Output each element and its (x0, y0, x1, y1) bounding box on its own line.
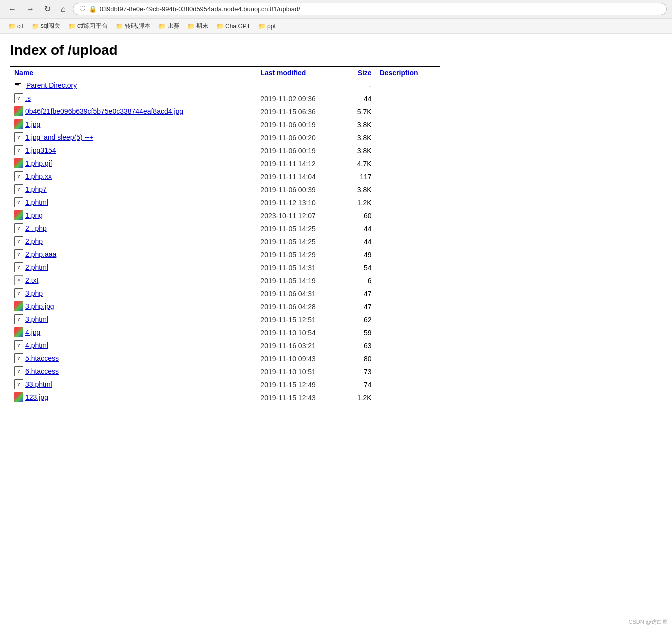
file-size-cell: 44 (344, 222, 375, 236)
file-size-cell: 63 (344, 340, 375, 352)
refresh-button[interactable]: ↻ (41, 4, 54, 15)
file-name-cell: ?5.htaccess (10, 352, 256, 366)
file-link[interactable]: 2 . php (25, 224, 47, 232)
col-modified[interactable]: Last modified (256, 67, 344, 80)
file-name-cell: ?6.htaccess (10, 366, 256, 378)
unknown-file-icon: ? (14, 380, 23, 390)
file-size-cell: - (344, 80, 375, 93)
file-link[interactable]: 0b46f21fbe096b639cf5b75e0c338744eaf8acd4… (25, 108, 183, 116)
table-row: ?2.phtml2019-11-05 14:3154 (10, 262, 440, 274)
parent-dir-link[interactable]: Parent Directory (26, 82, 77, 90)
unknown-file-icon: ? (14, 314, 23, 324)
file-link[interactable]: 1.phtml (25, 198, 48, 206)
bookmark-item-ctf练习平台[interactable]: 📁ctf练习平台 (65, 21, 111, 32)
file-name-cell: ?1.phtml (10, 196, 256, 210)
unknown-file-icon: ? (14, 366, 23, 376)
file-link[interactable]: 2.phtml (25, 264, 48, 272)
file-modified-cell: 2019-11-15 06:36 (256, 106, 344, 118)
table-row: 1.php.gif2019-11-11 14:124.7K (10, 158, 440, 170)
bookmark-item-ChatGPT[interactable]: 📁ChatGPT (213, 22, 253, 31)
file-name-cell: ?2 . php (10, 222, 256, 236)
file-link[interactable]: 6.htaccess (25, 368, 59, 376)
file-link[interactable]: 1.jpg' and sleep(5) --+ (25, 134, 93, 142)
file-link[interactable]: 1.php.gif (25, 160, 52, 168)
file-link[interactable]: 3.php.jpg (25, 302, 54, 310)
folder-icon: 📁 (187, 23, 195, 30)
file-modified-cell: 2019-11-11 14:12 (256, 158, 344, 170)
file-modified-cell: 2019-11-06 04:31 (256, 288, 344, 300)
file-modified-cell: 2019-11-15 12:49 (256, 378, 344, 392)
bookmark-label: ctf (17, 23, 24, 30)
table-row: ?1.php72019-11-06 00:393.8K (10, 184, 440, 196)
file-link[interactable]: 33.phtml (25, 380, 52, 388)
file-link[interactable]: 1.php7 (25, 186, 47, 194)
file-modified-cell: 2019-11-16 03:21 (256, 340, 344, 352)
unknown-file-icon: ? (14, 340, 23, 350)
file-size-cell: 54 (344, 262, 375, 274)
file-link[interactable]: 1.php.xx (25, 172, 52, 180)
file-size-cell: 4.7K (344, 158, 375, 170)
bookmark-item-转码,脚本[interactable]: 📁转码,脚本 (113, 21, 153, 32)
file-link[interactable]: 4.jpg (25, 328, 40, 336)
bookmark-item-ppt[interactable]: 📁ppt (255, 22, 279, 31)
file-link[interactable]: 2.txt (25, 276, 38, 284)
table-row: 3.php.jpg2019-11-06 04:2847 (10, 300, 440, 314)
file-desc-cell (376, 352, 440, 366)
file-desc-cell (376, 210, 440, 222)
table-row: ?2.php2019-11-05 14:2544 (10, 236, 440, 248)
url-text: 039dbf97-8e0e-49cb-994b-0380d5954ada.nod… (100, 6, 660, 13)
file-name-cell: ?2.php (10, 236, 256, 248)
file-size-cell: 62 (344, 314, 375, 326)
bookmark-item-sql闯关[interactable]: 📁sql闯关 (29, 21, 63, 32)
file-desc-cell (376, 236, 440, 248)
file-link[interactable]: 3.php (25, 290, 43, 298)
file-link[interactable]: 1.jpg (25, 120, 40, 128)
bookmark-item-ctf[interactable]: 📁ctf (5, 22, 27, 31)
bookmark-label: ppt (267, 23, 276, 30)
bookmark-label: sql闯关 (41, 22, 60, 30)
file-desc-cell (376, 132, 440, 144)
table-row: 0b46f21fbe096b639cf5b75e0c338744eaf8acd4… (10, 106, 440, 118)
col-description[interactable]: Description (376, 67, 440, 80)
file-name-cell: ≡2.txt (10, 274, 256, 288)
file-link[interactable]: 2.php.aaa (25, 250, 56, 258)
table-row: ?1.jpg' and sleep(5) --+2019-11-06 00:20… (10, 132, 440, 144)
file-link[interactable]: 1.jpg3154 (25, 146, 56, 154)
file-modified-cell: 2019-11-10 10:51 (256, 366, 344, 378)
file-link[interactable]: 123.jpg (25, 394, 48, 402)
file-desc-cell (376, 184, 440, 196)
file-link[interactable]: 5.htaccess (25, 354, 59, 362)
table-row: 1.png2023-10-11 12:0760 (10, 210, 440, 222)
file-desc-cell (376, 144, 440, 158)
back-button[interactable]: ← (5, 4, 19, 15)
col-name[interactable]: Name (10, 67, 256, 80)
file-link[interactable]: 1.png (25, 212, 43, 220)
file-name-cell: ?4.phtml (10, 340, 256, 352)
home-button[interactable]: ⌂ (58, 4, 69, 15)
folder-icon: 📁 (116, 23, 123, 30)
file-size-cell: 1.2K (344, 392, 375, 404)
file-size-cell: 6 (344, 274, 375, 288)
file-modified-cell: 2023-10-11 12:07 (256, 210, 344, 222)
folder-icon: 📁 (216, 23, 224, 30)
bookmark-item-期末[interactable]: 📁期末 (184, 21, 211, 32)
bookmark-label: 比赛 (167, 22, 179, 30)
bookmark-item-比赛[interactable]: 📁比赛 (155, 21, 182, 32)
file-desc-cell (376, 262, 440, 274)
address-bar[interactable]: 🛡 🔒 039dbf97-8e0e-49cb-994b-0380d5954ada… (73, 3, 667, 16)
forward-button[interactable]: → (23, 4, 37, 15)
file-name-cell: ?.s (10, 92, 256, 106)
table-row: 🖛Parent Directory- (10, 80, 440, 93)
file-link[interactable]: 2.php (25, 238, 43, 246)
file-link[interactable]: .s (25, 94, 31, 102)
file-link[interactable]: 3.phtml (25, 316, 48, 324)
file-desc-cell (376, 378, 440, 392)
file-link[interactable]: 4.phtml (25, 342, 48, 350)
file-desc-cell (376, 340, 440, 352)
col-size[interactable]: Size (344, 67, 375, 80)
file-desc-cell (376, 92, 440, 106)
file-size-cell: 47 (344, 288, 375, 300)
file-modified-cell: 2019-11-15 12:43 (256, 392, 344, 404)
file-desc-cell (376, 300, 440, 314)
image-file-icon (14, 328, 23, 338)
